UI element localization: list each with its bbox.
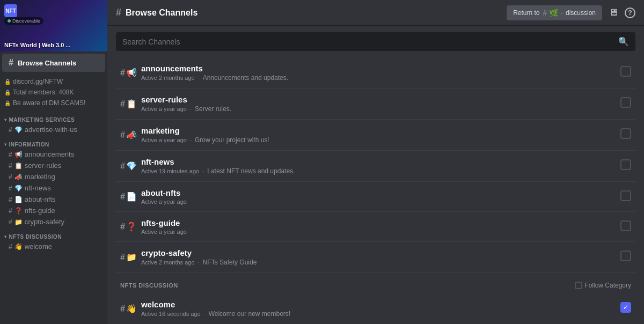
channel-card-crypto-safety[interactable]: # 📁 crypto-safety Active 2 months ago · …	[116, 242, 635, 273]
ch-label-5: about-nfts	[25, 195, 56, 203]
name-marketing: marketing	[141, 126, 620, 135]
channel-card-welcome[interactable]: # 👋 welcome Active 16 seconds ago · Welc…	[116, 293, 635, 324]
checkbox-welcome[interactable]: ✓	[620, 302, 631, 313]
ch-hash-7: #	[9, 218, 12, 226]
info-announcements: announcements Active 2 months ago · Anno…	[141, 64, 620, 82]
sidebar-channel-crypto-safety[interactable]: # 📁 crypto-safety	[0, 216, 107, 227]
ch-emoji-7: 📁	[14, 218, 23, 226]
main-header: # Browse Channels Return to # 🌿 · discus…	[107, 0, 644, 26]
nfts-discussion-category[interactable]: ▾ NFTS DISCUSSION	[0, 227, 107, 241]
return-label: Return to	[513, 9, 539, 17]
ch-hash-4: #	[9, 185, 12, 192]
checkbox-server-rules[interactable]	[620, 97, 631, 108]
return-to-button[interactable]: Return to # 🌿 · discussion	[507, 5, 602, 20]
lock-icon: 🔒	[4, 79, 11, 85]
browse-channels-sidebar-btn[interactable]: # Browse Channels	[2, 54, 105, 72]
ch-emoji-8: 👋	[14, 243, 23, 251]
active-announcements: Active 2 months ago	[141, 75, 195, 81]
ch-emoji-6: ❓	[14, 207, 23, 215]
channel-hash-icon: #	[9, 126, 12, 134]
page-title: Browse Channels	[126, 8, 197, 18]
name-crypto-safety: crypto-safety	[141, 248, 620, 257]
hash-announcements: #	[120, 68, 125, 78]
emoji-announcements: 📢	[126, 68, 137, 78]
channel-name-label: advertise-with-us	[25, 126, 77, 134]
ch-hash-6: #	[9, 207, 12, 215]
channel-card-nft-news[interactable]: # 💎 nft-news Active 19 minutes ago · Lat…	[116, 151, 635, 182]
checkbox-nft-news[interactable]	[620, 159, 631, 170]
sidebar-channel-server-rules[interactable]: # 📋 server-rules	[0, 160, 107, 171]
header-right: Return to # 🌿 · discussion 🖥 ?	[507, 5, 635, 20]
header-hash-icon: #	[116, 7, 121, 18]
name-about-nfts: about-nfts	[141, 188, 620, 197]
search-bar[interactable]: 🔍	[116, 32, 635, 51]
sidebar-channel-welcome[interactable]: # 👋 welcome	[0, 241, 107, 252]
ch-emoji-4: 💎	[14, 185, 23, 192]
lock-icon-2: 🔒	[4, 90, 11, 95]
sidebar-channel-marketing[interactable]: # 📣 marketing	[0, 171, 107, 182]
name-server-rules: server-rules	[141, 95, 620, 104]
nfts-discussion-sidebar-label: NFTS DISCUSSION	[9, 234, 62, 240]
sidebar: NFT Discoverable NFTs World | Web 3.0 ..…	[0, 0, 107, 324]
browse-channels-label: Browse Channels	[18, 59, 76, 67]
ch-label-6: nfts-guide	[25, 207, 55, 215]
checkbox-about-nfts[interactable]	[620, 190, 631, 201]
channel-card-announcements[interactable]: # 📢 announcements Active 2 months ago · …	[116, 57, 635, 89]
scam-warning: 🔒 Be aware of DM SCAMS!	[0, 98, 107, 108]
ch-label-1: announcements	[25, 150, 75, 158]
search-input[interactable]	[122, 38, 614, 46]
chevron-icon-3: ▾	[4, 234, 7, 239]
sidebar-channel-nfts-guide[interactable]: # ❓ nfts-guide	[0, 205, 107, 216]
checkbox-marketing[interactable]	[620, 128, 631, 139]
checkbox-crypto-safety[interactable]	[620, 251, 631, 261]
search-icon: 🔍	[618, 36, 629, 47]
nfts-discussion-section-label: NFTS DISCUSSION	[120, 282, 178, 289]
ch-emoji-2: 📋	[14, 162, 23, 170]
follow-checkbox[interactable]	[575, 282, 582, 289]
monitor-icon[interactable]: 🖥	[609, 7, 618, 18]
name-welcome: welcome	[141, 300, 620, 309]
sidebar-channel-about-nfts[interactable]: # 📄 about-nfts	[0, 194, 107, 205]
ch-hash-1: #	[9, 151, 12, 158]
ch-hash-5: #	[9, 196, 12, 203]
discord-link[interactable]: 🔒 discord.gg/NFTW	[0, 76, 107, 87]
sidebar-channel-nft-news[interactable]: # 💎 nft-news	[0, 182, 107, 194]
name-nfts-guide: nfts-guide	[141, 218, 620, 227]
ch-label-4: nft-news	[25, 184, 51, 192]
sidebar-channel-advertise[interactable]: # 💎 advertise-with-us	[0, 124, 107, 135]
meta-announcements: Active 2 months ago · Announcements and …	[141, 74, 620, 82]
channel-card-info-announcements: # 📢 announcements Active 2 months ago · …	[120, 64, 620, 82]
name-nft-news: nft-news	[141, 157, 620, 166]
server-title: NFTs World | Web 3.0 ...	[4, 42, 70, 48]
sidebar-channel-announcements[interactable]: # 📢 announcements	[0, 149, 107, 160]
ch-label-7: crypto-safety	[25, 218, 64, 226]
marketing-services-category[interactable]: ▾ MARKETING SERVICES	[0, 111, 107, 124]
channel-emoji: 💎	[14, 126, 23, 134]
checkbox-announcements[interactable]	[620, 66, 631, 77]
ch-label-2: server-rules	[25, 161, 62, 170]
ch-label-8: welcome	[25, 242, 52, 251]
info-section: 🔒 discord.gg/NFTW 🔒 Total members: 408K …	[0, 74, 107, 111]
information-category[interactable]: ▾ INFORMATION	[0, 135, 107, 149]
ch-hash-2: #	[9, 162, 12, 170]
channels-list: # 📢 announcements Active 2 months ago · …	[107, 57, 644, 324]
channel-card-about-nfts[interactable]: # 📄 about-nfts Active a year ago	[116, 182, 635, 212]
channel-card-marketing[interactable]: # 📣 marketing Active a year ago · Grow y…	[116, 120, 635, 151]
help-icon[interactable]: ?	[625, 8, 635, 18]
ch-emoji-3: 📣	[14, 173, 23, 181]
ch-label-3: marketing	[25, 173, 55, 181]
server-header[interactable]: NFT Discoverable NFTs World | Web 3.0 ..…	[0, 0, 107, 51]
ch-emoji-5: 📄	[14, 196, 23, 203]
members-label: Total members: 408K	[13, 89, 74, 96]
chevron-icon-2: ▾	[4, 142, 7, 147]
information-label: INFORMATION	[9, 142, 49, 148]
checkbox-nfts-guide[interactable]	[620, 220, 631, 231]
lock-icon-3: 🔒	[4, 100, 11, 106]
return-hash-icon: # 🌿 ·	[543, 9, 562, 17]
follow-category-label: Follow Category	[584, 282, 631, 289]
channel-card-server-rules[interactable]: # 📋 server-rules Active a year ago · Ser…	[116, 89, 635, 120]
channel-card-nfts-guide[interactable]: # ❓ nfts-guide Active a year ago	[116, 212, 635, 242]
main-content: # Browse Channels Return to # 🌿 · discus…	[107, 0, 644, 324]
follow-category-button[interactable]: Follow Category	[575, 282, 631, 289]
channel-icons-announcements: # 📢	[120, 68, 137, 78]
